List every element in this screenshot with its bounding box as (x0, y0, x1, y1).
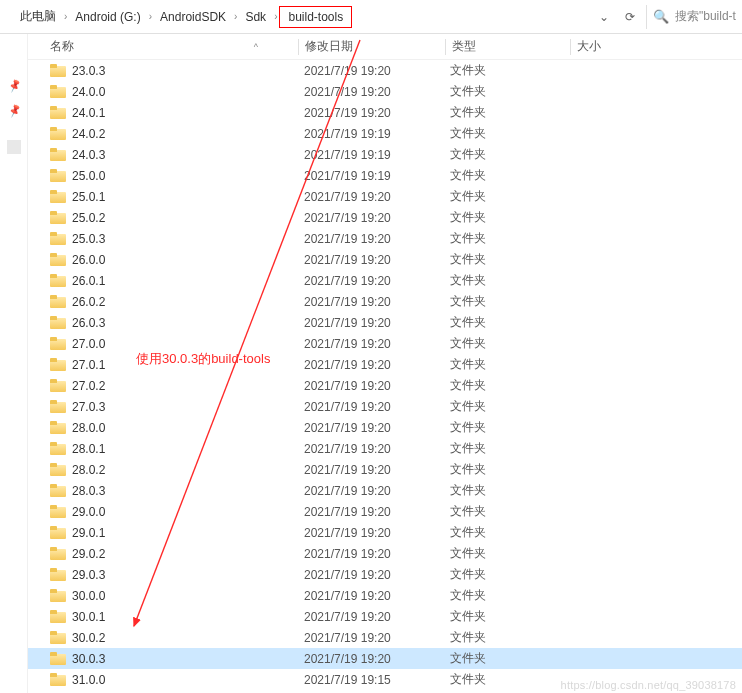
table-row[interactable]: 28.0.22021/7/19 19:20文件夹 (28, 459, 742, 480)
breadcrumb-item[interactable]: Android (G:) (69, 6, 146, 28)
table-row[interactable]: 27.0.22021/7/19 19:20文件夹 (28, 375, 742, 396)
table-row[interactable]: 26.0.02021/7/19 19:20文件夹 (28, 249, 742, 270)
table-row[interactable]: 28.0.32021/7/19 19:20文件夹 (28, 480, 742, 501)
folder-icon (50, 400, 66, 413)
folder-icon (50, 64, 66, 77)
table-row[interactable]: 30.0.32021/7/19 19:20文件夹 (28, 648, 742, 669)
folder-icon (50, 295, 66, 308)
search-icon: 🔍 (653, 9, 669, 24)
table-row[interactable]: 25.0.02021/7/19 19:19文件夹 (28, 165, 742, 186)
file-name: 25.0.2 (72, 211, 105, 225)
folder-icon (50, 358, 66, 371)
folder-icon (50, 190, 66, 203)
file-date: 2021/7/19 19:20 (298, 85, 444, 99)
file-date: 2021/7/19 19:20 (298, 295, 444, 309)
table-row[interactable]: 24.0.02021/7/19 19:20文件夹 (28, 81, 742, 102)
table-row[interactable]: 25.0.22021/7/19 19:20文件夹 (28, 207, 742, 228)
file-type: 文件夹 (444, 377, 568, 394)
breadcrumb-item-current[interactable]: build-tools (279, 6, 352, 28)
file-name: 24.0.2 (72, 127, 105, 141)
address-bar: 此电脑 › Android (G:) › AndroidSDK › Sdk › … (0, 0, 742, 34)
table-row[interactable]: 29.0.12021/7/19 19:20文件夹 (28, 522, 742, 543)
file-date: 2021/7/19 19:20 (298, 631, 444, 645)
column-header-type[interactable]: 类型 (446, 38, 570, 55)
column-header-name[interactable]: 名称 ^ (28, 38, 298, 55)
folder-icon (50, 337, 66, 350)
table-row[interactable]: 30.0.22021/7/19 19:20文件夹 (28, 627, 742, 648)
file-date: 2021/7/19 19:20 (298, 190, 444, 204)
folder-icon (50, 568, 66, 581)
chevron-right-icon[interactable]: › (147, 11, 154, 22)
table-row[interactable]: 29.0.02021/7/19 19:20文件夹 (28, 501, 742, 522)
file-type: 文件夹 (444, 167, 568, 184)
table-row[interactable]: 25.0.32021/7/19 19:20文件夹 (28, 228, 742, 249)
table-row[interactable]: 24.0.32021/7/19 19:19文件夹 (28, 144, 742, 165)
table-row[interactable]: 24.0.12021/7/19 19:20文件夹 (28, 102, 742, 123)
file-date: 2021/7/19 19:20 (298, 463, 444, 477)
column-header-date[interactable]: 修改日期 (299, 38, 445, 55)
pin-icon[interactable]: 📌 (6, 103, 21, 117)
file-date: 2021/7/19 19:20 (298, 589, 444, 603)
file-name: 27.0.2 (72, 379, 105, 393)
folder-icon (50, 316, 66, 329)
search-input[interactable]: 🔍 搜索"build-t (646, 5, 738, 29)
file-name: 25.0.1 (72, 190, 105, 204)
table-row[interactable]: 30.0.12021/7/19 19:20文件夹 (28, 606, 742, 627)
folder-icon (50, 211, 66, 224)
folder-icon (50, 652, 66, 665)
chevron-right-icon[interactable]: › (232, 11, 239, 22)
table-row[interactable]: 23.0.32021/7/19 19:20文件夹 (28, 60, 742, 81)
file-name: 27.0.0 (72, 337, 105, 351)
file-name: 28.0.0 (72, 421, 105, 435)
refresh-button[interactable]: ⟳ (618, 6, 642, 28)
table-row[interactable]: 25.0.12021/7/19 19:20文件夹 (28, 186, 742, 207)
table-row[interactable]: 28.0.02021/7/19 19:20文件夹 (28, 417, 742, 438)
table-row[interactable]: 29.0.22021/7/19 19:20文件夹 (28, 543, 742, 564)
quick-access-strip: 📌 📌 (0, 34, 28, 693)
folder-icon (50, 379, 66, 392)
file-name: 29.0.1 (72, 526, 105, 540)
table-row[interactable]: 26.0.12021/7/19 19:20文件夹 (28, 270, 742, 291)
folder-icon (50, 610, 66, 623)
folder-icon (50, 442, 66, 455)
breadcrumb-item[interactable]: AndroidSDK (154, 6, 232, 28)
folder-icon (50, 253, 66, 266)
address-dropdown-button[interactable]: ⌄ (592, 6, 616, 28)
file-type: 文件夹 (444, 629, 568, 646)
file-date: 2021/7/19 19:20 (298, 253, 444, 267)
table-row[interactable]: 27.0.32021/7/19 19:20文件夹 (28, 396, 742, 417)
file-date: 2021/7/19 19:20 (298, 379, 444, 393)
table-row[interactable]: 29.0.32021/7/19 19:20文件夹 (28, 564, 742, 585)
column-header-size[interactable]: 大小 (571, 38, 671, 55)
file-name: 26.0.3 (72, 316, 105, 330)
breadcrumb-item[interactable]: Sdk (239, 6, 272, 28)
column-headers: 名称 ^ 修改日期 类型 大小 (28, 34, 742, 60)
folder-icon (50, 169, 66, 182)
breadcrumb-item[interactable]: 此电脑 (14, 6, 62, 28)
pin-icon[interactable]: 📌 (6, 78, 21, 92)
table-row[interactable]: 26.0.32021/7/19 19:20文件夹 (28, 312, 742, 333)
table-row[interactable]: 24.0.22021/7/19 19:19文件夹 (28, 123, 742, 144)
table-row[interactable]: 30.0.02021/7/19 19:20文件夹 (28, 585, 742, 606)
file-type: 文件夹 (444, 125, 568, 142)
watermark-text: https://blog.csdn.net/qq_39038178 (561, 679, 736, 691)
file-type: 文件夹 (444, 188, 568, 205)
file-name: 31.0.0 (72, 673, 105, 687)
annotation-text: 使用30.0.3的build-tools (136, 350, 270, 368)
file-type: 文件夹 (444, 293, 568, 310)
file-type: 文件夹 (444, 440, 568, 457)
file-date: 2021/7/19 19:20 (298, 64, 444, 78)
file-date: 2021/7/19 19:20 (298, 568, 444, 582)
file-list-panel: 名称 ^ 修改日期 类型 大小 23.0.32021/7/19 19:20文件夹… (28, 34, 742, 693)
breadcrumb: 此电脑 › Android (G:) › AndroidSDK › Sdk › … (4, 0, 646, 33)
table-row[interactable]: 26.0.22021/7/19 19:20文件夹 (28, 291, 742, 312)
file-type: 文件夹 (444, 251, 568, 268)
file-name: 26.0.1 (72, 274, 105, 288)
nav-placeholder-icon (7, 140, 21, 154)
file-name: 26.0.2 (72, 295, 105, 309)
table-row[interactable]: 28.0.12021/7/19 19:20文件夹 (28, 438, 742, 459)
chevron-right-icon[interactable]: › (62, 11, 69, 22)
file-date: 2021/7/19 19:20 (298, 442, 444, 456)
chevron-right-icon[interactable]: › (272, 11, 279, 22)
file-name: 27.0.1 (72, 358, 105, 372)
